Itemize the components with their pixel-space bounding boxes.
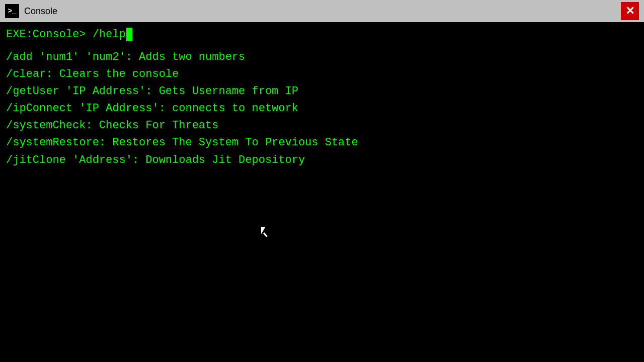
prompt-text: EXE:Console> /help <box>6 26 126 43</box>
output-line: /jitClone 'Address': Downloads Jit Depos… <box>6 152 638 169</box>
window-title: Console <box>24 6 57 17</box>
title-bar: >_ Console ✕ <box>0 0 644 22</box>
output-line: /getUser 'IP Address': Gets Username fro… <box>6 83 638 100</box>
output-lines: /add 'num1' 'num2': Adds two numbers/cle… <box>6 49 638 169</box>
cursor <box>126 28 132 41</box>
prompt-line: EXE:Console> /help <box>6 26 638 43</box>
output-line: /add 'num1' 'num2': Adds two numbers <box>6 49 638 66</box>
console-area[interactable]: EXE:Console> /help /add 'num1' 'num2': A… <box>0 22 644 362</box>
output-line: /clear: Clears the console <box>6 66 638 83</box>
close-button[interactable]: ✕ <box>621 2 639 20</box>
output-line: /ipConnect 'IP Address': connects to net… <box>6 100 638 117</box>
terminal-icon: >_ <box>5 4 19 18</box>
title-bar-left: >_ Console <box>5 4 57 18</box>
output-line: /systemCheck: Checks For Threats <box>6 117 638 134</box>
output-line: /systemRestore: Restores The System To P… <box>6 134 638 151</box>
console-window: >_ Console ✕ EXE:Console> /help /add 'nu… <box>0 0 644 362</box>
